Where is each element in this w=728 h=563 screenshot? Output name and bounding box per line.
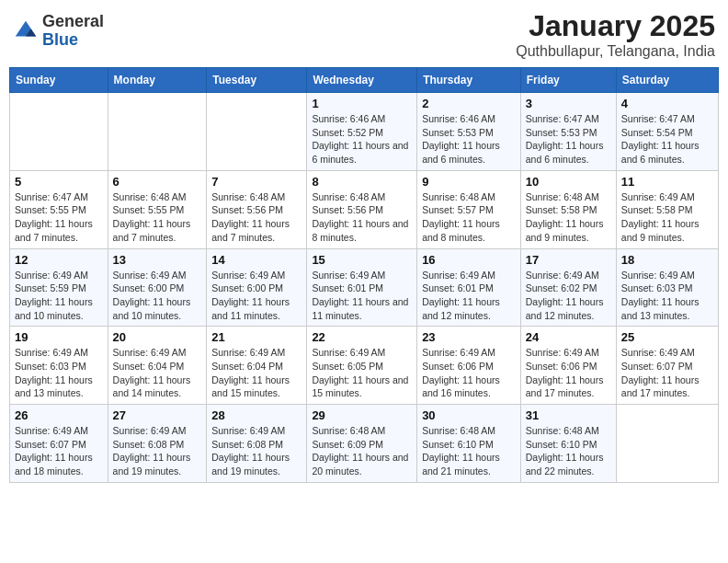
day-info: Sunrise: 6:46 AMSunset: 5:53 PMDaylight:… <box>422 112 516 167</box>
daylight-hours: Daylight: 11 hours and 18 minutes. <box>15 452 93 477</box>
day-number: 26 <box>15 408 103 422</box>
day-cell: 16Sunrise: 6:49 AMSunset: 6:01 PMDayligh… <box>417 248 521 327</box>
daylight-hours: Daylight: 11 hours and 19 minutes. <box>113 452 191 477</box>
title-block: January 2025 Quthbullapur, Telangana, In… <box>516 9 715 60</box>
day-info: Sunrise: 6:49 AMSunset: 5:58 PMDaylight:… <box>621 190 713 245</box>
day-number: 27 <box>113 408 202 422</box>
day-info: Sunrise: 6:48 AMSunset: 5:55 PMDaylight:… <box>113 190 202 245</box>
week-row-5: 26Sunrise: 6:49 AMSunset: 6:07 PMDayligh… <box>10 405 719 483</box>
day-number: 13 <box>113 253 202 267</box>
daylight-hours: Daylight: 11 hours and 16 minutes. <box>422 374 500 399</box>
logo-blue: Blue <box>42 31 104 50</box>
day-number: 10 <box>526 175 611 189</box>
day-cell: 3Sunrise: 6:47 AMSunset: 5:53 PMDaylight… <box>520 93 616 171</box>
daylight-hours: Daylight: 11 hours and 6 minutes. <box>422 140 500 165</box>
day-number: 19 <box>15 330 103 344</box>
logo-icon <box>13 18 39 44</box>
week-row-1: 1Sunrise: 6:46 AMSunset: 5:52 PMDaylight… <box>10 93 719 171</box>
logo-text: General Blue <box>42 13 104 50</box>
daylight-hours: Daylight: 11 hours and 22 minutes. <box>526 452 604 477</box>
day-cell <box>207 93 307 171</box>
day-cell: 27Sunrise: 6:49 AMSunset: 6:08 PMDayligh… <box>108 405 207 483</box>
col-header-wednesday: Wednesday <box>307 68 417 93</box>
daylight-hours: Daylight: 11 hours and 11 minutes. <box>312 296 408 321</box>
day-cell: 1Sunrise: 6:46 AMSunset: 5:52 PMDaylight… <box>307 93 417 171</box>
day-number: 6 <box>113 175 202 189</box>
day-cell: 23Sunrise: 6:49 AMSunset: 6:06 PMDayligh… <box>417 327 521 405</box>
page-title: January 2025 <box>516 9 715 43</box>
day-cell: 14Sunrise: 6:49 AMSunset: 6:00 PMDayligh… <box>207 248 307 327</box>
daylight-hours: Daylight: 11 hours and 11 minutes. <box>211 296 290 321</box>
day-info: Sunrise: 6:49 AMSunset: 6:01 PMDaylight:… <box>422 269 516 323</box>
day-info: Sunrise: 6:49 AMSunset: 6:06 PMDaylight:… <box>526 346 611 400</box>
day-number: 23 <box>422 330 516 344</box>
day-number: 12 <box>15 253 103 267</box>
day-info: Sunrise: 6:49 AMSunset: 6:04 PMDaylight:… <box>113 346 202 400</box>
day-cell: 15Sunrise: 6:49 AMSunset: 6:01 PMDayligh… <box>307 248 417 327</box>
daylight-hours: Daylight: 11 hours and 7 minutes. <box>211 218 290 243</box>
day-info: Sunrise: 6:49 AMSunset: 6:02 PMDaylight:… <box>526 269 611 323</box>
daylight-hours: Daylight: 11 hours and 14 minutes. <box>113 374 191 399</box>
day-cell <box>616 405 718 483</box>
day-info: Sunrise: 6:47 AMSunset: 5:54 PMDaylight:… <box>621 112 713 167</box>
day-cell: 10Sunrise: 6:48 AMSunset: 5:58 PMDayligh… <box>520 170 616 248</box>
daylight-hours: Daylight: 11 hours and 15 minutes. <box>312 374 408 399</box>
day-number: 28 <box>211 408 301 422</box>
day-cell: 11Sunrise: 6:49 AMSunset: 5:58 PMDayligh… <box>616 170 718 248</box>
day-cell: 12Sunrise: 6:49 AMSunset: 5:59 PMDayligh… <box>10 248 108 327</box>
day-number: 22 <box>312 330 412 344</box>
day-cell: 2Sunrise: 6:46 AMSunset: 5:53 PMDaylight… <box>417 93 521 171</box>
day-number: 7 <box>211 175 301 189</box>
col-header-friday: Friday <box>520 68 616 93</box>
col-header-sunday: Sunday <box>10 68 108 93</box>
col-header-monday: Monday <box>108 68 207 93</box>
day-number: 15 <box>312 253 412 267</box>
day-info: Sunrise: 6:48 AMSunset: 6:10 PMDaylight:… <box>422 424 516 478</box>
day-info: Sunrise: 6:49 AMSunset: 6:05 PMDaylight:… <box>312 346 412 400</box>
day-cell: 18Sunrise: 6:49 AMSunset: 6:03 PMDayligh… <box>616 248 718 327</box>
day-info: Sunrise: 6:47 AMSunset: 5:53 PMDaylight:… <box>526 112 611 167</box>
day-info: Sunrise: 6:48 AMSunset: 6:10 PMDaylight:… <box>526 424 611 478</box>
day-info: Sunrise: 6:48 AMSunset: 6:09 PMDaylight:… <box>312 424 412 478</box>
daylight-hours: Daylight: 11 hours and 17 minutes. <box>526 374 604 399</box>
day-info: Sunrise: 6:46 AMSunset: 5:52 PMDaylight:… <box>312 112 412 167</box>
daylight-hours: Daylight: 11 hours and 17 minutes. <box>621 374 700 399</box>
daylight-hours: Daylight: 11 hours and 6 minutes. <box>621 140 700 165</box>
day-number: 5 <box>15 175 103 189</box>
day-number: 31 <box>526 408 611 422</box>
day-cell: 7Sunrise: 6:48 AMSunset: 5:56 PMDaylight… <box>207 170 307 248</box>
day-cell: 4Sunrise: 6:47 AMSunset: 5:54 PMDaylight… <box>616 93 718 171</box>
day-number: 2 <box>422 97 516 110</box>
day-cell: 30Sunrise: 6:48 AMSunset: 6:10 PMDayligh… <box>417 405 521 483</box>
col-header-saturday: Saturday <box>616 68 718 93</box>
week-row-4: 19Sunrise: 6:49 AMSunset: 6:03 PMDayligh… <box>10 327 719 405</box>
day-info: Sunrise: 6:49 AMSunset: 6:08 PMDaylight:… <box>113 424 202 478</box>
day-number: 30 <box>422 408 516 422</box>
day-cell <box>108 93 207 171</box>
daylight-hours: Daylight: 11 hours and 21 minutes. <box>422 452 500 477</box>
logo: General Blue <box>13 13 104 50</box>
day-info: Sunrise: 6:49 AMSunset: 6:07 PMDaylight:… <box>15 424 103 478</box>
day-info: Sunrise: 6:49 AMSunset: 5:59 PMDaylight:… <box>15 269 103 323</box>
daylight-hours: Daylight: 11 hours and 13 minutes. <box>15 374 93 399</box>
daylight-hours: Daylight: 11 hours and 12 minutes. <box>526 296 604 321</box>
daylight-hours: Daylight: 11 hours and 6 minutes. <box>526 140 604 165</box>
day-number: 4 <box>621 97 713 110</box>
day-cell: 5Sunrise: 6:47 AMSunset: 5:55 PMDaylight… <box>10 170 108 248</box>
day-info: Sunrise: 6:49 AMSunset: 6:04 PMDaylight:… <box>211 346 301 400</box>
day-cell: 9Sunrise: 6:48 AMSunset: 5:57 PMDaylight… <box>417 170 521 248</box>
day-number: 16 <box>422 253 516 267</box>
week-row-2: 5Sunrise: 6:47 AMSunset: 5:55 PMDaylight… <box>10 170 719 248</box>
day-cell: 22Sunrise: 6:49 AMSunset: 6:05 PMDayligh… <box>307 327 417 405</box>
day-number: 20 <box>113 330 202 344</box>
day-cell <box>10 93 108 171</box>
day-info: Sunrise: 6:49 AMSunset: 6:07 PMDaylight:… <box>621 346 713 400</box>
day-cell: 31Sunrise: 6:48 AMSunset: 6:10 PMDayligh… <box>520 405 616 483</box>
logo-general: General <box>42 13 104 31</box>
day-number: 11 <box>621 175 713 189</box>
week-row-3: 12Sunrise: 6:49 AMSunset: 5:59 PMDayligh… <box>10 248 719 327</box>
daylight-hours: Daylight: 11 hours and 13 minutes. <box>621 296 700 321</box>
day-cell: 19Sunrise: 6:49 AMSunset: 6:03 PMDayligh… <box>10 327 108 405</box>
day-cell: 6Sunrise: 6:48 AMSunset: 5:55 PMDaylight… <box>108 170 207 248</box>
daylight-hours: Daylight: 11 hours and 7 minutes. <box>113 218 191 243</box>
